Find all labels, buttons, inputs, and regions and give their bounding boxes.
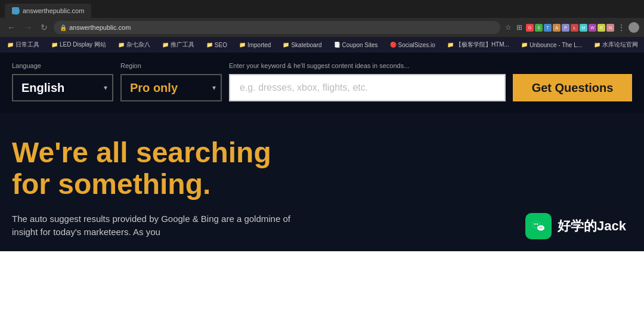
- wechat-logo-icon: [525, 213, 552, 239]
- tab-label: answerthepublic.com: [23, 7, 84, 14]
- search-section: Language Region Enter your keyword & he'…: [0, 53, 644, 113]
- keyword-field-label: Enter your keyword & he'll suggest conte…: [229, 62, 632, 69]
- bookmark-label: Skateboard: [291, 42, 321, 48]
- bookmarks-bar: 📁 日常工具 📁 LED Display 网站 📁 杂七杂八 📁 推广工具 📁 …: [0, 37, 644, 53]
- lock-icon: 🔒: [60, 24, 67, 31]
- hero-body: The auto suggest results provided by Goo…: [12, 212, 310, 239]
- search-controls-row: English Pro only Get Questions: [12, 74, 632, 101]
- bookmark-item[interactable]: 📁 LED Display 网站: [49, 39, 109, 50]
- bookmark-star-button[interactable]: ☆: [504, 22, 513, 33]
- profile-icon: [628, 22, 639, 33]
- bookmark-folder-icon: 📁: [521, 42, 528, 48]
- get-questions-button[interactable]: Get Questions: [513, 74, 632, 101]
- search-label-row: Language Region Enter your keyword & he'…: [12, 62, 632, 69]
- language-select-wrapper: English: [12, 74, 113, 101]
- keyword-input[interactable]: [229, 74, 506, 101]
- bookmark-label: Unbounce - The L...: [530, 42, 582, 48]
- language-select[interactable]: English: [12, 74, 113, 101]
- ext-icon-8: W: [589, 24, 596, 32]
- bookmark-item[interactable]: 📁 Skateboard: [280, 41, 324, 50]
- svg-point-3: [537, 223, 538, 224]
- browser-tab[interactable]: 🌐 answerthepublic.com: [5, 4, 91, 18]
- svg-point-5: [540, 227, 541, 228]
- ext-icon-9: R: [597, 24, 605, 32]
- bookmark-label: LED Display 网站: [60, 41, 106, 49]
- region-select[interactable]: Pro only: [120, 74, 222, 101]
- ext-icon-10: N: [606, 24, 614, 32]
- address-bar[interactable]: 🔒 answerthepublic.com: [54, 21, 500, 34]
- bookmark-folder-icon: 📁: [447, 42, 454, 48]
- svg-point-6: [541, 227, 543, 228]
- ext-icon-7: M: [580, 24, 587, 32]
- bookmark-label: 日常工具: [16, 41, 39, 49]
- bookmark-item[interactable]: 📁 SEO: [204, 41, 230, 50]
- menu-button[interactable]: ⋮: [617, 22, 626, 33]
- ext-icon-1: G: [526, 24, 534, 32]
- svg-point-4: [537, 225, 544, 230]
- bookmark-label: Coupon Sites: [342, 42, 378, 48]
- bookmark-item[interactable]: 📁 推广工具: [160, 39, 197, 50]
- bookmark-folder-icon: 📁: [239, 42, 246, 48]
- bookmark-item[interactable]: 📁 水库论坛官网: [592, 39, 640, 50]
- browser-nav-bar: ← → ↻ 🔒 answerthepublic.com ☆ ⊞ G S T A …: [0, 18, 644, 37]
- ext-icon-4: A: [553, 24, 561, 32]
- bookmark-item[interactable]: 📁 杂七杂八: [116, 39, 153, 50]
- bookmark-label: 【极客学院】HTM...: [456, 41, 509, 49]
- url-text: answerthepublic.com: [69, 24, 131, 31]
- language-field-label: Language: [12, 62, 113, 69]
- region-select-wrapper: Pro only: [120, 74, 222, 101]
- tab-favicon: 🌐: [12, 7, 19, 14]
- browser-tabs-bar: 🌐 answerthepublic.com: [0, 0, 644, 18]
- bookmark-item[interactable]: 🔴 SocialSizes.io: [388, 41, 438, 50]
- bookmark-label: 杂七杂八: [126, 41, 150, 49]
- ext-icon-6: L: [571, 24, 578, 32]
- nav-icons-right: ☆ ⊞ G S T A P L M W R N ⋮: [504, 22, 639, 33]
- region-field-label: Region: [120, 62, 222, 69]
- bookmark-item[interactable]: 📁 Unbounce - The L...: [519, 41, 584, 50]
- back-button[interactable]: ←: [5, 22, 18, 33]
- forward-button[interactable]: →: [21, 22, 35, 33]
- bookmark-folder-icon: 📁: [283, 42, 289, 48]
- bookmark-label: SocialSizes.io: [398, 42, 435, 48]
- extension-icons: G S T A P L M W R N: [526, 24, 614, 32]
- bookmark-folder-icon: 📁: [206, 42, 213, 48]
- extensions-button[interactable]: ⊞: [515, 22, 524, 33]
- hero-section: We're all searching for something. The a…: [0, 113, 644, 251]
- wechat-platform-text: 好学的Jack: [558, 217, 626, 235]
- bookmark-folder-icon: 📁: [594, 42, 600, 48]
- bookmark-item[interactable]: 📁 日常工具: [5, 39, 42, 50]
- ext-icon-3: T: [544, 24, 552, 32]
- bookmark-item[interactable]: 📁 【极客学院】HTM...: [445, 39, 512, 50]
- ext-icon-2: S: [535, 24, 543, 32]
- bookmark-label: SEO: [215, 42, 227, 48]
- bookmark-item[interactable]: 📁 Imported: [237, 41, 273, 50]
- bookmark-folder-icon: 📁: [7, 42, 14, 48]
- bookmark-folder-icon: 📁: [51, 42, 58, 48]
- ext-icon-5: P: [562, 24, 569, 32]
- bookmark-item[interactable]: 📑 Coupon Sites: [332, 41, 380, 50]
- bookmark-logo-icon: 🔴: [390, 42, 397, 48]
- bookmark-folder-icon: 📁: [162, 42, 169, 48]
- bookmark-label: 推广工具: [171, 41, 194, 49]
- bookmark-label: 水库论坛官网: [602, 41, 638, 49]
- browser-chrome: 🌐 answerthepublic.com ← → ↻ 🔒 answerthep…: [0, 0, 644, 37]
- bookmark-page-icon: 📑: [334, 42, 340, 48]
- hero-headline: We're all searching for something.: [12, 137, 310, 200]
- reload-button[interactable]: ↻: [38, 22, 50, 33]
- bookmark-folder-icon: 📁: [118, 42, 125, 48]
- bookmark-label: Imported: [247, 42, 271, 48]
- wechat-watermark: 好学的Jack: [525, 213, 626, 239]
- svg-point-2: [534, 223, 535, 224]
